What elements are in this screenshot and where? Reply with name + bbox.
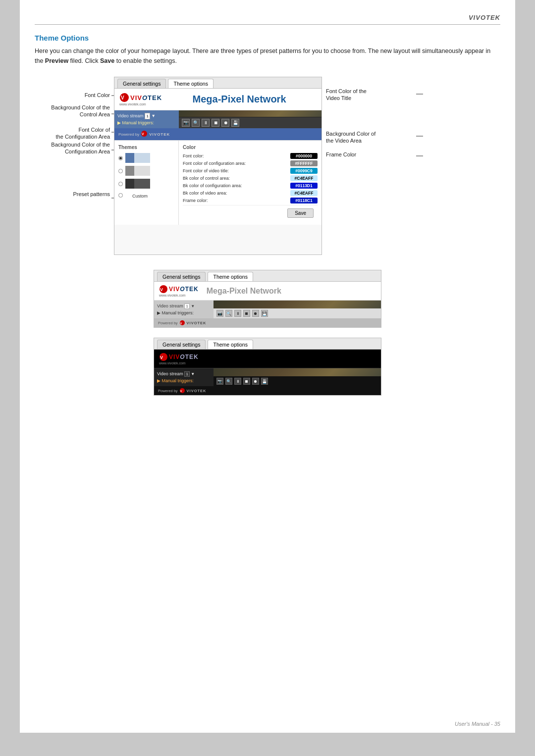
themes-color-row: Themes bbox=[114, 140, 321, 225]
ctrl-icon-3-1[interactable]: 📷 bbox=[216, 378, 223, 385]
powered-brand-text: VIVOTEK bbox=[149, 132, 170, 137]
theme-radio-2[interactable] bbox=[118, 169, 123, 173]
color-label-4: Bk color of configuration area: bbox=[183, 183, 242, 188]
theme-option-3[interactable] bbox=[118, 179, 174, 189]
preview-header-3: V VIVOTEK www.vivotek.com Mega-Pixel Net… bbox=[154, 350, 381, 368]
powered-brand-3: VIVOTEK bbox=[187, 389, 207, 393]
manual-triggers-3: Manual triggers: bbox=[162, 378, 194, 383]
color-label-2: Font color of video title: bbox=[183, 168, 229, 173]
tab-general-2[interactable]: General settings bbox=[157, 272, 206, 281]
theme-radio-3[interactable] bbox=[118, 182, 123, 186]
tab-theme-2[interactable]: Theme options bbox=[208, 272, 253, 281]
stream-label: Video stream bbox=[117, 113, 144, 118]
ctrl-icon-3-4[interactable]: ⏹ bbox=[243, 378, 250, 385]
ctrl-icon-2-1[interactable]: 📷 bbox=[216, 310, 223, 317]
vivotek-logo: V VIVOTEK www.vivotek.com bbox=[119, 93, 162, 106]
ctrl-search-icon[interactable]: 🔍 bbox=[192, 119, 200, 127]
tab-general-3[interactable]: General settings bbox=[157, 340, 206, 349]
preview-content-3: Video stream 1 ▼ ▶ Manual triggers: 📷 🔍 … bbox=[154, 368, 381, 386]
ctrl-icon-3-6[interactable]: 💾 bbox=[261, 378, 268, 385]
stream-label-2: Video stream bbox=[157, 303, 183, 308]
powered-by-text: Powered by bbox=[118, 132, 139, 137]
ctrl-pause-icon[interactable]: ⏸ bbox=[202, 119, 210, 127]
annotation-preset: Preset patterns bbox=[73, 191, 110, 198]
save-button[interactable]: Save bbox=[287, 208, 314, 218]
powered-by-bar-2: Powered by V VIVOTEK bbox=[154, 318, 381, 327]
preview-content-2: Video stream 1 ▼ ▶ Manual triggers: 📷 🔍 … bbox=[154, 301, 381, 318]
color-label-5: Bk color of video area: bbox=[183, 191, 227, 196]
ctrl-icon-3-3[interactable]: ⏸ bbox=[234, 378, 241, 385]
brand-header: VIVOTEK bbox=[469, 14, 500, 21]
theme-radio-1[interactable] bbox=[118, 156, 123, 160]
custom-label: Custom bbox=[125, 194, 148, 199]
theme-radio-custom[interactable] bbox=[118, 193, 123, 198]
theme-preview-3 bbox=[125, 179, 150, 189]
video-controls-3: 📷 🔍 ⏸ ⏹ ⏺ 💾 bbox=[214, 376, 381, 386]
preview-video-2 bbox=[214, 301, 381, 308]
ctrl-camera-icon[interactable]: 📷 bbox=[182, 119, 190, 127]
color-label-6: Frame color: bbox=[183, 198, 208, 203]
themes-title: Themes bbox=[118, 145, 174, 150]
theme-preview-2 bbox=[125, 166, 150, 176]
powered-logo-icon: V bbox=[141, 130, 148, 137]
color-value-3: #C4EAFF bbox=[290, 175, 318, 181]
preview-panel-2: General settings Theme options V VIVOTEK… bbox=[154, 270, 381, 328]
preview-header: V VIVOTEK www.vivotek.com Mega-Pixel Net… bbox=[114, 89, 321, 110]
annotation-bg-control: Background Color of theControl Area bbox=[36, 104, 110, 118]
ctrl-icon-2-4[interactable]: ⏹ bbox=[243, 310, 250, 317]
tab-theme[interactable]: Theme options bbox=[168, 79, 213, 88]
color-row-2: Font color of video title: #0099C9 bbox=[183, 168, 318, 174]
manual-triggers-label: Manual triggers: bbox=[122, 120, 155, 125]
annotation-font-color: Font Color bbox=[85, 92, 110, 99]
ctrl-save-icon[interactable]: 💾 bbox=[231, 119, 239, 127]
ctrl-icon-2-6[interactable]: 💾 bbox=[261, 310, 268, 317]
preview-header-2: V VIVOTEK www.vivotek.com Mega-Pixel Net… bbox=[154, 282, 381, 301]
theme-preview-1 bbox=[125, 153, 150, 163]
annotation-font-config: Font Color ofthe Configuration Area bbox=[36, 126, 110, 141]
footer-text: User's Manual - 35 bbox=[455, 721, 500, 727]
color-label-0: Font color: bbox=[183, 153, 204, 158]
theme-option-custom[interactable]: Custom bbox=[118, 192, 174, 199]
theme-option-1[interactable] bbox=[118, 153, 174, 163]
stream-value-2[interactable]: 1 bbox=[184, 303, 189, 309]
color-value-4: #0113D1 bbox=[290, 183, 318, 189]
ctrl-record-icon[interactable]: ⏺ bbox=[221, 119, 229, 127]
powered-by-text-2: Powered by bbox=[158, 321, 178, 325]
powered-by-text-3: Powered by bbox=[158, 389, 178, 393]
mega-pixel-title: Mega-Pixel Network bbox=[162, 94, 317, 105]
powered-brand-2: VIVOTEK bbox=[187, 321, 207, 325]
themes-section: Themes bbox=[114, 141, 179, 225]
preview-content: Video stream 1 ▼ ▶ Manual triggers: 📷 🔍 bbox=[114, 110, 321, 128]
color-value-5: #C4EAFF bbox=[290, 190, 318, 196]
color-section-title: Color bbox=[183, 145, 318, 150]
ctrl-icon-3-5[interactable]: ⏺ bbox=[252, 378, 259, 385]
ctrl-icon-2-5[interactable]: ⏺ bbox=[252, 310, 259, 317]
intro-paragraph: Here you can change the color of your ho… bbox=[35, 46, 500, 66]
ctrl-icon-3-2[interactable]: 🔍 bbox=[225, 378, 232, 385]
preview-panel-3: General settings Theme options V VIVOTEK… bbox=[154, 338, 381, 396]
ctrl-stop-icon[interactable]: ⏹ bbox=[212, 119, 219, 127]
manual-triggers-2: Manual triggers: bbox=[162, 310, 194, 315]
color-row-1: Font color of configuration area: #FFFFF… bbox=[183, 160, 318, 166]
ctrl-icon-2-3[interactable]: ⏸ bbox=[234, 310, 241, 317]
control-panel: Video stream 1 ▼ ▶ Manual triggers: bbox=[114, 110, 179, 128]
stream-value-3[interactable]: 1 bbox=[184, 371, 189, 377]
control-panel-2: Video stream 1 ▼ ▶ Manual triggers: bbox=[154, 301, 214, 318]
annotation-font-video-title: Font Color of theVideo Title bbox=[326, 88, 400, 102]
color-value-6: #0118C1 bbox=[290, 198, 318, 203]
theme-option-2[interactable] bbox=[118, 166, 174, 176]
color-value-2: #0099C9 bbox=[290, 168, 318, 174]
ctrl-icon-2-2[interactable]: 🔍 bbox=[225, 310, 232, 317]
vivotek-logo-3: V VIVOTEK www.vivotek.com bbox=[159, 353, 199, 365]
video-controls-2: 📷 🔍 ⏸ ⏹ ⏺ 💾 bbox=[214, 308, 381, 318]
svg-text:V: V bbox=[180, 322, 182, 325]
color-row-3: Bk color of control area: #C4EAFF bbox=[183, 175, 318, 181]
tab-bar-3: General settings Theme options bbox=[154, 338, 381, 350]
save-row: Save bbox=[183, 205, 318, 221]
tab-general[interactable]: General settings bbox=[117, 79, 166, 88]
color-label-3: Bk color of control area: bbox=[183, 176, 230, 181]
color-row-5: Bk color of video area: #C4EAFF bbox=[183, 190, 318, 196]
stream-select[interactable]: 1 bbox=[145, 113, 150, 119]
logo-bird-icon: V bbox=[119, 93, 129, 102]
tab-theme-3[interactable]: Theme options bbox=[208, 340, 253, 349]
